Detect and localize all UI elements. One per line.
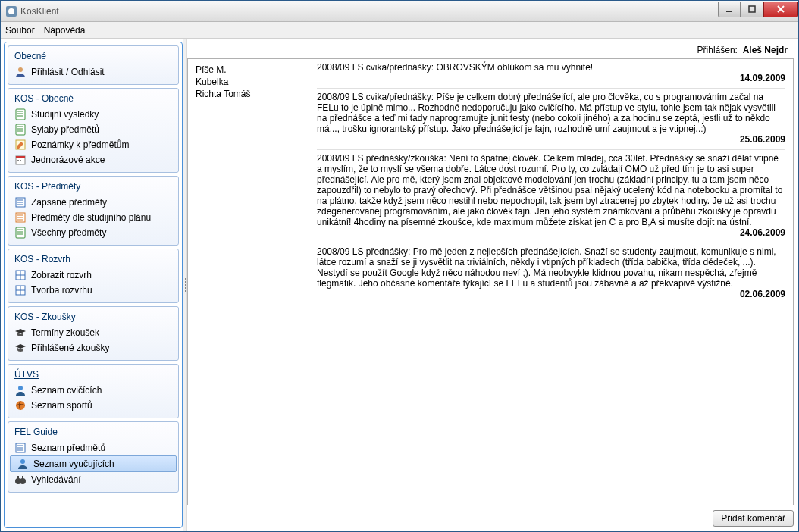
nav-item-label: Seznam cvičících bbox=[31, 385, 102, 396]
maximize-button[interactable] bbox=[741, 2, 763, 17]
section-header: KOS - Předměty bbox=[8, 180, 178, 195]
app-icon bbox=[5, 5, 17, 17]
nav-item-teachers-list[interactable]: Seznam vyučujících bbox=[10, 455, 177, 472]
app-window: KosKlient Soubor Nápověda ObecnéPřihlási… bbox=[0, 0, 799, 532]
nav-item-search[interactable]: Vyhledávání bbox=[8, 472, 178, 487]
nav-item-show-sched[interactable]: Zobrazit rozvrh bbox=[8, 268, 178, 283]
nav-item-label: Přihlášené zkoušky bbox=[31, 343, 109, 353]
nav-item-my-exams[interactable]: Přihlášené zkoušky bbox=[8, 340, 178, 355]
sidebar-section: KOS - RozvrhZobrazit rozvrhTvorba rozvrh… bbox=[8, 249, 179, 303]
login-status: Přihlášen: Aleš Nejdr bbox=[187, 42, 794, 58]
menubar: Soubor Nápověda bbox=[1, 22, 798, 39]
nav-item-label: Přihlásit / Odhlásit bbox=[31, 67, 105, 77]
person-item[interactable]: Kubelka bbox=[196, 76, 301, 88]
sheet-teal-icon bbox=[14, 124, 27, 136]
grid-pencil-icon bbox=[14, 284, 27, 296]
nav-item-label: Jednorázové akce bbox=[31, 155, 105, 165]
nav-item-subjects-list[interactable]: Seznam předmětů bbox=[8, 440, 178, 455]
list-small-icon bbox=[14, 442, 27, 454]
sidebar-section: KOS - ObecnéStudijní výsledkySylaby před… bbox=[8, 88, 179, 173]
list-orange-icon bbox=[14, 211, 27, 224]
comment-body: 2008/09 LS cvika/přednášky: Píše je celk… bbox=[317, 92, 785, 134]
sidebar: ObecnéPřihlásit / OdhlásitKOS - ObecnéSt… bbox=[4, 42, 183, 528]
nav-item-plan[interactable]: Předměty dle studijního plánu bbox=[8, 210, 178, 225]
nav-item-login[interactable]: Přihlásit / Odhlásit bbox=[8, 64, 178, 80]
comment-date: 24.06.2009 bbox=[317, 227, 785, 238]
nav-item-label: Předměty dle studijního plánu bbox=[31, 212, 151, 223]
add-comment-button[interactable]: Přidat komentář bbox=[713, 510, 794, 527]
note-icon bbox=[14, 139, 27, 151]
nav-item-notes[interactable]: Poznámky k předmětům bbox=[8, 137, 178, 152]
splitter[interactable] bbox=[183, 39, 187, 531]
nav-item-all-subj[interactable]: Všechny předměty bbox=[8, 225, 178, 240]
nav-item-syllabi[interactable]: Sylaby předmětů bbox=[8, 122, 178, 137]
nav-item-instructors[interactable]: Seznam cvičících bbox=[8, 383, 178, 398]
nav-item-label: Seznam sportů bbox=[31, 400, 92, 411]
cap-icon bbox=[14, 342, 27, 354]
section-header: KOS - Rozvrh bbox=[8, 252, 178, 268]
comment: 2008/09 LS cvika/přednášky: OBROVSKÝM ob… bbox=[317, 62, 785, 85]
nav-item-enrolled[interactable]: Zapsané předměty bbox=[8, 195, 178, 210]
section-header: Obecné bbox=[8, 49, 178, 64]
main-panel: Přihlášen: Aleš Nejdr Píše M.KubelkaRich… bbox=[187, 39, 798, 531]
window-title: KosKlient bbox=[20, 6, 59, 17]
menu-file[interactable]: Soubor bbox=[5, 25, 35, 36]
comment: 2008/09 LS přednášky: Pro mě jeden z nej… bbox=[317, 246, 785, 301]
window-controls bbox=[718, 2, 798, 17]
section-header: KOS - Obecné bbox=[8, 92, 178, 107]
nav-item-grades[interactable]: Studijní výsledky bbox=[8, 107, 178, 122]
sidebar-section: ÚTVSSeznam cvičícíchSeznam sportů bbox=[8, 364, 179, 418]
nav-item-label: Termíny zkoušek bbox=[31, 327, 99, 338]
sheet-green2-icon bbox=[14, 227, 27, 239]
nav-item-sports[interactable]: Seznam sportů bbox=[8, 398, 178, 413]
calendar-icon bbox=[14, 154, 27, 166]
nav-item-label: Všechny předměty bbox=[31, 227, 106, 238]
sidebar-section: FEL GuideSeznam předmětůSeznam vyučující… bbox=[8, 421, 179, 493]
nav-item-label: Zobrazit rozvrh bbox=[31, 270, 92, 280]
person-item[interactable]: Píše M. bbox=[196, 64, 301, 76]
person-item[interactable]: Richta Tomáš bbox=[196, 88, 301, 100]
sidebar-section: KOS - ZkouškyTermíny zkoušekPřihlášené z… bbox=[8, 306, 179, 361]
close-button[interactable] bbox=[763, 2, 798, 17]
nav-item-exam-dates[interactable]: Termíny zkoušek bbox=[8, 325, 178, 340]
section-header: FEL Guide bbox=[8, 425, 178, 440]
nav-item-label: Vyhledávání bbox=[31, 474, 81, 485]
list-blue-icon bbox=[14, 196, 27, 208]
comment-date: 14.09.2009 bbox=[317, 73, 785, 83]
sidebar-section: ObecnéPřihlásit / Odhlásit bbox=[8, 45, 179, 85]
nav-item-label: Zapsané předměty bbox=[31, 197, 107, 208]
people-list: Píše M.KubelkaRichta Tomáš bbox=[188, 59, 309, 505]
nav-item-make-sched[interactable]: Tvorba rozvrhu bbox=[8, 283, 178, 298]
sheet-green-icon bbox=[14, 108, 27, 120]
menu-help[interactable]: Nápověda bbox=[44, 25, 86, 36]
comment-body: 2008/09 LS přednášky/zkouška: Není to šp… bbox=[317, 153, 785, 227]
sidebar-section: KOS - PředmětyZapsané předmětyPředměty d… bbox=[8, 176, 179, 246]
nav-item-label: Seznam vyučujících bbox=[33, 458, 114, 469]
comments-panel: 2008/09 LS cvika/přednášky: OBROVSKÝM ob… bbox=[309, 59, 793, 505]
nav-item-label: Studijní výsledky bbox=[31, 109, 99, 120]
section-header: KOS - Zkoušky bbox=[8, 310, 178, 325]
person-icon bbox=[14, 66, 27, 78]
binoculars-icon bbox=[14, 474, 27, 486]
titlebar: KosKlient bbox=[1, 1, 798, 22]
svg-rect-30 bbox=[749, 6, 755, 12]
comment-body: 2008/09 LS přednášky: Pro mě jeden z nej… bbox=[317, 246, 785, 289]
comment-title: 2008/09 LS cvika/přednášky: OBROVSKÝM ob… bbox=[317, 62, 593, 73]
nav-item-label: Poznámky k předmětům bbox=[31, 139, 129, 150]
comment: 2008/09 LS přednášky/zkouška: Není to šp… bbox=[317, 153, 785, 239]
grid-icon bbox=[14, 269, 27, 281]
login-user: Aleš Nejdr bbox=[743, 45, 788, 55]
nav-item-label: Sylaby předmětů bbox=[31, 124, 99, 135]
cap-icon bbox=[14, 327, 27, 339]
nav-item-events[interactable]: Jednorázové akce bbox=[8, 152, 178, 167]
ball-icon bbox=[14, 399, 27, 412]
login-label: Přihlášen: bbox=[697, 45, 738, 55]
minimize-button[interactable] bbox=[718, 2, 741, 17]
comment-date: 02.06.2009 bbox=[317, 289, 785, 299]
person-blue-icon bbox=[14, 384, 27, 396]
section-header: ÚTVS bbox=[8, 368, 178, 383]
nav-item-label: Tvorba rozvrhu bbox=[31, 285, 92, 296]
nav-item-label: Seznam předmětů bbox=[31, 443, 105, 453]
comment-date: 25.06.2009 bbox=[317, 134, 785, 145]
comment: 2008/09 LS cvika/přednášky: Píše je celk… bbox=[317, 92, 785, 146]
